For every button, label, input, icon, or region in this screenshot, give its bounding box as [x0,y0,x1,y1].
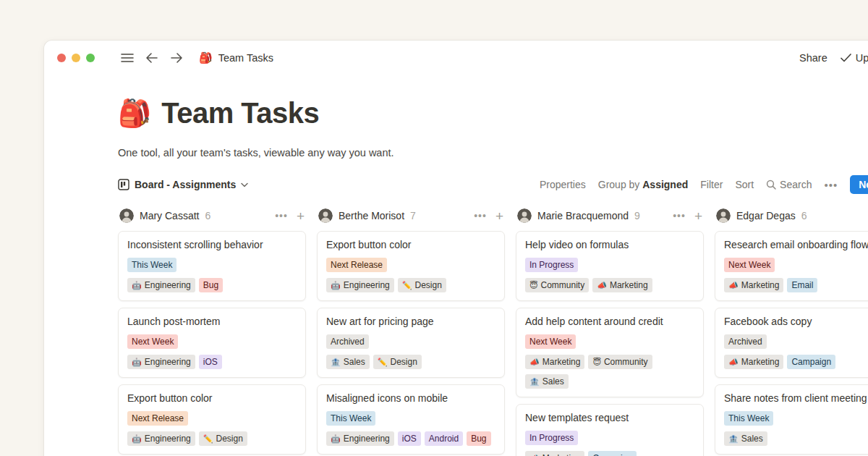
task-card[interactable]: New templates requestIn Progress📣Marketi… [516,404,704,456]
tag-pill-sales[interactable]: 🏦Sales [724,431,767,446]
status-row: Archived [326,334,495,349]
tag-pill-community[interactable]: 😇Community [525,278,589,292]
tag-pill-bug[interactable]: Bug [199,278,223,292]
tag-label: Email [791,278,813,292]
avatar [716,208,731,223]
task-card-title: Misaligned icons on mobile [326,392,495,405]
column-add-card-button[interactable]: + [694,209,702,223]
page-header: 🎒 Team Tasks [118,97,868,130]
tag-label: This Week [728,411,769,426]
tag-pill-archived[interactable]: Archived [326,334,369,349]
updates-button[interactable]: Updates [841,52,868,64]
tag-pill-marketing[interactable]: 📣Marketing [592,278,652,292]
task-card[interactable]: New art for pricing pageArchived🏦Sales✏️… [317,308,505,378]
toolbar-more-button[interactable]: ••• [824,179,838,191]
task-card-title: Facebook ads copy [724,315,868,329]
task-card[interactable]: Misaligned icons on mobileThis Week🤖Engi… [317,384,505,455]
new-button[interactable]: New [850,175,868,194]
sidebar-menu-icon[interactable] [121,53,134,63]
tag-pill-in-progress[interactable]: In Progress [525,431,578,445]
tag-pill-next-release[interactable]: Next Release [127,411,188,426]
back-arrow-icon[interactable] [145,52,158,64]
tag-pill-in-progress[interactable]: In Progress [525,258,578,272]
tag-pill-this-week[interactable]: This Week [724,411,773,426]
task-card[interactable]: Add help content around creditNext Week📣… [516,308,704,397]
tag-pill-next-week[interactable]: Next Week [724,258,775,272]
tag-pill-community[interactable]: 😇Community [588,355,652,369]
column-more-button[interactable]: ••• [673,210,686,221]
tag-pill-design[interactable]: ✏️Design [373,355,422,369]
tag-pill-marketing[interactable]: 📣Marketing [525,451,584,456]
breadcrumb-page-title[interactable]: Team Tasks [218,52,273,64]
tag-pill-design[interactable]: ✏️Design [199,431,247,446]
tag-pill-marketing[interactable]: 📣Marketing [724,355,783,369]
tag-pill-ios[interactable]: iOS [199,355,222,369]
window-topbar: 🎒 Team Tasks Share Updates [44,41,868,75]
tag-pill-marketing[interactable]: 📣Marketing [724,278,783,292]
zoom-window-button[interactable] [86,54,95,62]
tag-pill-engineering[interactable]: 🤖Engineering [127,431,195,446]
tag-pill-campaign[interactable]: Campaign [787,355,835,369]
tag-label: Campaign [592,451,632,456]
tag-pill-next-week[interactable]: Next Week [525,334,576,349]
page-icon[interactable]: 🎒 [118,100,151,127]
task-card[interactable]: Launch post-mortemNext Week🤖Engineeringi… [118,308,306,378]
topbar-actions: Share Updates [799,41,868,75]
properties-button[interactable]: Properties [540,179,586,190]
column-add-card-button[interactable]: + [297,209,305,223]
search-button[interactable]: Search [766,179,812,190]
column-header: Marie Bracquemond9•••+ [516,206,704,225]
task-card[interactable]: Help video on formulasIn Progress😇Commun… [516,231,704,301]
task-card-title: Add help content around credit [525,315,694,329]
tag-pill-android[interactable]: Android [425,431,463,446]
tag-pill-sales[interactable]: 🏦Sales [326,355,370,369]
tag-pill-engineering[interactable]: 🤖Engineering [127,278,195,292]
task-card[interactable]: Facebook ads copyArchived📣MarketingCampa… [715,308,868,378]
task-card[interactable]: Inconsistent scrolling behaviorThis Week… [118,231,306,301]
status-row: Next Release [127,411,297,426]
task-card[interactable]: Export button colorNext Release🤖Engineer… [118,384,306,455]
close-window-button[interactable] [57,54,66,62]
tag-pill-this-week[interactable]: This Week [127,258,176,272]
filter-button[interactable]: Filter [700,179,723,190]
tag-label: Next Release [331,258,383,272]
task-card[interactable]: Research email onboarding flowsNext Week… [715,231,868,301]
tag-pill-engineering[interactable]: 🤖Engineering [326,431,394,446]
tag-pill-email[interactable]: Email [787,278,817,292]
view-name: Board - Assignments [135,179,236,190]
tag-pill-engineering[interactable]: 🤖Engineering [326,278,394,292]
avatar [318,208,333,223]
person-avatar-image [716,208,731,223]
share-button[interactable]: Share [799,52,827,64]
tag-pill-archived[interactable]: Archived [724,334,767,349]
column-add-card-button[interactable]: + [495,209,503,223]
column-more-button[interactable]: ••• [275,210,288,221]
tag-label: Marketing [542,451,581,456]
minimize-window-button[interactable] [72,54,80,62]
status-row: This Week [326,411,495,426]
page-content: 🎒 Team Tasks One tool, all your team's t… [44,97,868,456]
marketing-emoji-icon: 📣 [597,278,607,292]
tag-pill-engineering[interactable]: 🤖Engineering [127,355,195,369]
tag-pill-next-release[interactable]: Next Release [326,258,387,272]
tag-pill-sales[interactable]: 🏦Sales [525,374,569,389]
tag-pill-ios[interactable]: iOS [398,431,421,446]
tag-pill-marketing[interactable]: 📣Marketing [525,355,584,369]
tag-pill-design[interactable]: ✏️Design [398,278,446,292]
tag-pill-bug[interactable]: Bug [467,431,490,446]
task-card[interactable]: Export button colorNext Release🤖Engineer… [317,231,505,301]
tag-pill-next-week[interactable]: Next Week [127,334,178,349]
group-by-button[interactable]: Group by Assigned [598,179,689,190]
view-switcher[interactable]: Board - Assignments [118,179,248,190]
board-column-edgar-degas: Edgar Degas6•••+Research email onboardin… [715,206,868,456]
sort-button[interactable]: Sort [735,179,754,190]
tag-pill-campaign[interactable]: Campaign [588,451,637,456]
tags-row: 🏦Sales [724,431,868,446]
forward-arrow-icon[interactable] [170,52,183,64]
marketing-emoji-icon: 📣 [728,278,739,292]
tag-label: Sales [542,374,564,389]
task-card[interactable]: Share notes from client meetingThis Week… [715,384,868,455]
column-more-button[interactable]: ••• [474,210,487,221]
tag-label: Android [429,431,459,446]
tag-pill-this-week[interactable]: This Week [326,411,375,426]
